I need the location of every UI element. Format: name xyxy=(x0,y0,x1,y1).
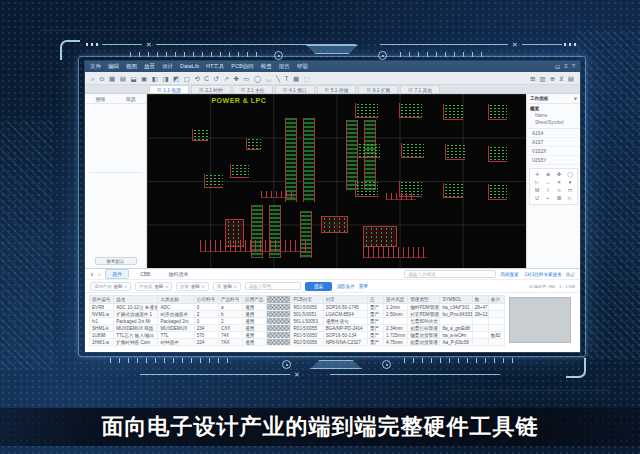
menu-item-文件[interactable]: 文件 xyxy=(90,63,101,70)
menu-item-编辑[interactable]: 编辑 xyxy=(108,63,119,70)
menu-item-PCB协同[interactable]: PCB协同 xyxy=(231,63,253,70)
sheet-tab[interactable]: ▤2.1 时钟 xyxy=(191,85,231,93)
toolbar-icon[interactable]: T xyxy=(284,74,288,83)
sheet-tab[interactable]: ▤4.1 接口 xyxy=(275,85,315,93)
right-panel-field[interactable]: Sheet/Symbol xyxy=(527,119,580,126)
column-header[interactable]: 适用产品 xyxy=(243,296,267,304)
palette-icon[interactable]: M xyxy=(532,187,542,194)
palette-icon[interactable]: ∿ xyxy=(554,187,564,194)
pagination-range[interactable]: 1 - 1748 xyxy=(559,284,575,289)
clear-conditions-link[interactable]: 清除条件 xyxy=(336,284,354,289)
toolbar-icon[interactable]: C xyxy=(204,74,209,83)
filter-chip-产品类[interactable]: 产品类全部∨ xyxy=(135,282,172,291)
toolbar-icon[interactable]: ◧ xyxy=(152,74,158,83)
palette-icon[interactable]: ✜ xyxy=(554,171,564,178)
menu-right-icon[interactable]: ⊡ xyxy=(555,63,560,70)
menu-item-视图[interactable]: 视图 xyxy=(126,63,137,70)
column-header[interactable]: 管理类型 xyxy=(408,296,440,304)
table-row[interactable]: 1U898TTL芯片 输入/输出TTL57074X通用R0J-5/0050SOP… xyxy=(90,332,505,339)
menu-item-放置[interactable]: 放置 xyxy=(144,63,155,70)
bottom-tab-器件[interactable]: 器件 xyxy=(105,269,129,279)
right-panel-header[interactable]: 工作面板 ∨ xyxy=(527,94,580,104)
toolbar-icon[interactable]: ▦ xyxy=(109,74,115,83)
sheet-tab[interactable]: ▤3.1 主控 xyxy=(233,85,273,93)
restore-default-button[interactable]: 恢复默认 xyxy=(95,257,137,265)
toolbar-icon[interactable]: ✚ xyxy=(233,74,238,83)
keyword-search-input[interactable] xyxy=(404,270,496,278)
toolbar-icon[interactable]: ▭ xyxy=(243,74,249,83)
toolbar-icon[interactable]: ▤ xyxy=(120,74,126,83)
column-header[interactable]: 器件编号 xyxy=(90,296,114,304)
net-list-item[interactable]: A1S4 xyxy=(527,129,580,138)
menu-item-报告[interactable]: 报告 xyxy=(279,63,290,70)
menu-right-icon[interactable]: ? xyxy=(572,63,575,70)
palette-icon[interactable]: ▷ xyxy=(565,195,575,202)
net-list-item[interactable]: V1S2X xyxy=(527,147,580,156)
column-header[interactable]: PCB封装 xyxy=(291,296,323,304)
left-panel-tab-层级[interactable]: 层级 xyxy=(85,94,116,103)
sheet-tab[interactable]: ▤7.1 其他 xyxy=(400,85,440,93)
menu-item-DataLib[interactable]: DataLib xyxy=(180,63,199,70)
palette-icon[interactable]: ✛ xyxy=(532,171,542,178)
column-header[interactable]: 备注 xyxy=(488,296,504,304)
palette-icon[interactable]: ✳ xyxy=(554,179,564,186)
search-icon[interactable]: ⌕ xyxy=(98,271,101,278)
bottom-link[interactable]: 1对1找料专家服务 xyxy=(525,272,562,277)
sheet-tab[interactable]: ▤5.1 存储 xyxy=(317,85,357,93)
palette-icon[interactable]: ⊠ xyxy=(554,195,564,202)
column-header[interactable]: 描述 xyxy=(114,296,158,304)
net-list-item[interactable]: A1S7 xyxy=(527,138,580,147)
menu-right-icon[interactable]: ≡ xyxy=(564,63,568,70)
toolbar-icon[interactable]: ↗ xyxy=(223,74,228,83)
palette-icon[interactable]: ▷ xyxy=(532,179,542,186)
column-header[interactable]: 封装 xyxy=(323,296,367,304)
toolbar-icon[interactable]: ◩ xyxy=(173,74,179,83)
toolbar-right-icon[interactable]: ⊻ xyxy=(559,74,564,83)
menu-item-检查[interactable]: 检查 xyxy=(261,63,272,70)
palette-icon[interactable]: ← xyxy=(543,179,553,186)
table-row[interactable]: SHM1-kMUXDEMUX 双路MUXDEMUX234CXX通用R0J-5/0… xyxy=(90,325,505,332)
table-row[interactable]: fv1Packaged 2nt MiPackaged 2nt02通用561-L5… xyxy=(90,318,505,325)
palette-icon[interactable]: ▾ xyxy=(565,179,575,186)
sheet-tab[interactable]: ▤6.1 扩展 xyxy=(358,85,398,93)
bottom-link[interactable]: 高级搜索 xyxy=(500,272,518,277)
palette-icon[interactable]: ⊕ xyxy=(543,171,553,178)
toolbar-right-icon[interactable]: ▥ xyxy=(539,74,545,83)
search-button[interactable]: 搜索 xyxy=(305,282,333,291)
column-header[interactable]: 数 xyxy=(472,296,488,304)
model-search-input[interactable] xyxy=(245,282,301,290)
sheet-tab[interactable]: ▤1.1 电源 xyxy=(149,85,189,93)
table-row[interactable]: NVM1-a扩展式存储器件 1时序存储器件2b通用501-5/0051LGACM… xyxy=(90,311,505,318)
toolbar-icon[interactable]: ▦ xyxy=(293,74,299,83)
left-panel-tab-筛选[interactable]: 筛选 xyxy=(116,94,147,103)
chevron-down-icon[interactable]: ∨ xyxy=(574,96,577,101)
filter-chip-适用产品[interactable]: 适用产品全部∨ xyxy=(90,282,131,291)
column-header[interactable]: 态 xyxy=(367,296,383,304)
column-header[interactable]: 产品料号 xyxy=(218,296,242,304)
toolbar-icon[interactable]: ▣ xyxy=(141,74,147,83)
toolbar-icon[interactable]: ⟲ xyxy=(194,74,199,83)
bottom-tab-物料清单[interactable]: 物料清单 xyxy=(161,269,195,279)
toolbar-icon[interactable]: ▢ xyxy=(184,74,190,83)
collapse-link[interactable]: 收起 xyxy=(566,272,575,277)
palette-icon[interactable]: ⌇ xyxy=(543,187,553,194)
toolbar-icon[interactable]: ╲ xyxy=(276,74,280,83)
toolbar-right-icon[interactable]: ⊞ xyxy=(530,74,535,83)
reset-link[interactable]: 重置 xyxy=(359,284,368,289)
column-header[interactable]: 器件高度 xyxy=(384,296,408,304)
toolbar-icon[interactable]: ⊙ xyxy=(99,74,104,83)
menu-item-设计[interactable]: 设计 xyxy=(162,63,173,70)
collapse-chevron-icon[interactable]: ∨ xyxy=(90,271,94,277)
toolbar-right-icon[interactable]: ▤ xyxy=(568,74,574,83)
menu-item-帮助[interactable]: 帮助 xyxy=(297,63,308,70)
filter-chip-库[interactable]: 库全部∨ xyxy=(213,282,241,291)
table-row[interactable]: 1HW1-a扩频时钟器 Com时钟器件2247AX通用R0J-5/0056NP8… xyxy=(90,339,505,346)
toolbar-icon[interactable]: ◡ xyxy=(266,74,272,83)
column-header[interactable]: SYMBOL xyxy=(440,296,472,304)
toolbar-right-icon[interactable]: ⊕ xyxy=(550,74,555,83)
toolbar-icon[interactable]: ↺ xyxy=(214,74,219,83)
filter-chip-封装[interactable]: 封装全部∨ xyxy=(176,282,209,291)
menu-item-HT工具[interactable]: HT工具 xyxy=(206,63,224,70)
palette-icon[interactable]: ▪ xyxy=(543,195,553,202)
palette-icon[interactable]: ⊓ xyxy=(565,187,575,194)
